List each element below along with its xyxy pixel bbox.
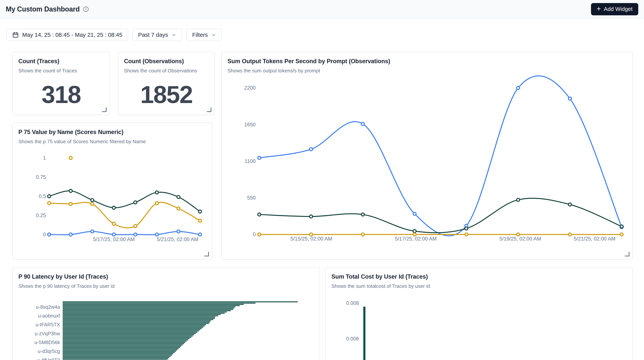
chevron-down-icon <box>172 33 176 38</box>
widget-p75-chart: P 75 Value by Name (Scores Numeric) Show… <box>12 123 212 259</box>
widget-tokens-chart: Sum Output Tokens Per Second by Prompt (… <box>221 52 633 259</box>
svg-text:0.5: 0.5 <box>39 193 46 199</box>
filters-label: Filters <box>192 32 208 38</box>
widget-title: P 90 Latency by User Id (Traces) <box>18 273 314 280</box>
svg-text:5/21/25, 02:00 AM: 5/21/25, 02:00 AM <box>574 236 616 242</box>
resize-handle[interactable] <box>102 107 106 112</box>
svg-text:u-aobnuxf: u-aobnuxf <box>38 313 60 318</box>
svg-text:1650: 1650 <box>244 122 256 128</box>
tokens-line-chart[interactable]: 05501100165022005/15/25, 02:00 AM5/17/25… <box>222 52 632 259</box>
widget-title: P 75 Value by Name (Scores Numeric) <box>18 129 206 136</box>
svg-text:0.25: 0.25 <box>36 213 46 218</box>
count-observations-value: 1852 <box>140 80 192 109</box>
widget-title: Sum Total Cost by User Id (Traces) <box>331 273 627 280</box>
svg-text:0.006: 0.006 <box>346 336 359 342</box>
count-traces-value: 318 <box>42 80 81 109</box>
widget-subtitle: Shows the p 90 latency of Traces by user… <box>18 283 314 289</box>
header: My Custom Dashboard + Add Widget <box>0 0 644 19</box>
svg-text:u-5M8D56k: u-5M8D56k <box>34 340 60 345</box>
widget-subtitle: Shows the count of Traces <box>18 68 104 74</box>
svg-text:u-zVqP3hw: u-zVqP3hw <box>35 331 60 336</box>
svg-text:u-d3qr5cg: u-d3qr5cg <box>38 348 60 354</box>
date-preset-dropdown[interactable]: Past 7 days <box>132 29 182 41</box>
resize-handle[interactable] <box>207 107 212 112</box>
chevron-down-icon <box>211 33 216 38</box>
plus-icon: + <box>597 5 601 12</box>
widget-cost-chart: Sum Total Cost by User Id (Traces) Shows… <box>325 267 633 360</box>
page-title: My Custom Dashboard <box>6 5 80 13</box>
date-range-picker[interactable]: May 14, 25 : 08:45 - May 21, 25 : 08:45 <box>6 29 128 41</box>
svg-text:u-tFAR5TX: u-tFAR5TX <box>36 322 60 327</box>
resize-handle[interactable] <box>204 252 209 256</box>
widget-subtitle: Shows the count of Observations <box>124 68 209 74</box>
widget-subtitle: Shows the sum output tokens/s by prompt <box>228 68 627 74</box>
widget-count-traces: Count (Traces) Shows the count of Traces… <box>12 52 110 115</box>
svg-text:550: 550 <box>247 195 256 201</box>
svg-text:2200: 2200 <box>244 85 256 91</box>
svg-text:5/17/25, 02:00 AM: 5/17/25, 02:00 AM <box>93 236 135 242</box>
date-range-value: May 14, 25 : 08:45 - May 21, 25 : 08:45 <box>22 32 122 38</box>
date-preset-value: Past 7 days <box>138 32 168 38</box>
widget-p90-chart: P 90 Latency by User Id (Traces) Shows t… <box>12 267 320 360</box>
filters-dropdown[interactable]: Filters <box>186 29 222 41</box>
svg-text:5/17/25, 02:00 AM: 5/17/25, 02:00 AM <box>395 236 436 242</box>
svg-text:5/19/25, 02:00 AM: 5/19/25, 02:00 AM <box>499 236 541 242</box>
p90-bar-chart[interactable]: u-8sq2w4au-aobnuxfu-tFAR5TXu-zVqP3hwu-5M… <box>13 267 320 360</box>
widget-subtitle: Shows the p 75 value of Scores Numeric f… <box>18 139 206 145</box>
widget-subtitle: Shows the sum totalcost of Traces by use… <box>331 283 627 289</box>
svg-text:5/21/25, 02:00 AM: 5/21/25, 02:00 AM <box>157 236 198 242</box>
cost-bar-chart[interactable]: 0.0080.006 <box>326 267 632 360</box>
add-widget-button[interactable]: + Add Widget <box>591 3 638 15</box>
calendar-icon <box>12 32 19 38</box>
svg-text:5/15/25, 02:00 AM: 5/15/25, 02:00 AM <box>290 236 332 242</box>
svg-text:0: 0 <box>43 232 46 237</box>
svg-text:u-8fVa9T3: u-8fVa9T3 <box>37 357 60 360</box>
widget-count-observations: Count (Observations) Shows the count of … <box>118 52 215 115</box>
svg-text:u-8sq2w4a: u-8sq2w4a <box>36 304 60 310</box>
resize-handle[interactable] <box>625 252 630 256</box>
info-icon[interactable] <box>83 6 89 12</box>
svg-text:0: 0 <box>253 231 256 237</box>
svg-text:0.008: 0.008 <box>346 300 359 306</box>
svg-text:1100: 1100 <box>244 158 256 164</box>
widget-title: Sum Output Tokens Per Second by Prompt (… <box>228 58 627 65</box>
svg-text:0.75: 0.75 <box>36 174 46 180</box>
svg-text:1: 1 <box>43 155 46 161</box>
widget-title: Count (Observations) <box>124 58 209 65</box>
toolbar: May 14, 25 : 08:45 - May 21, 25 : 08:45 … <box>6 29 222 41</box>
widget-title: Count (Traces) <box>18 58 104 65</box>
add-widget-label: Add Widget <box>604 6 632 12</box>
